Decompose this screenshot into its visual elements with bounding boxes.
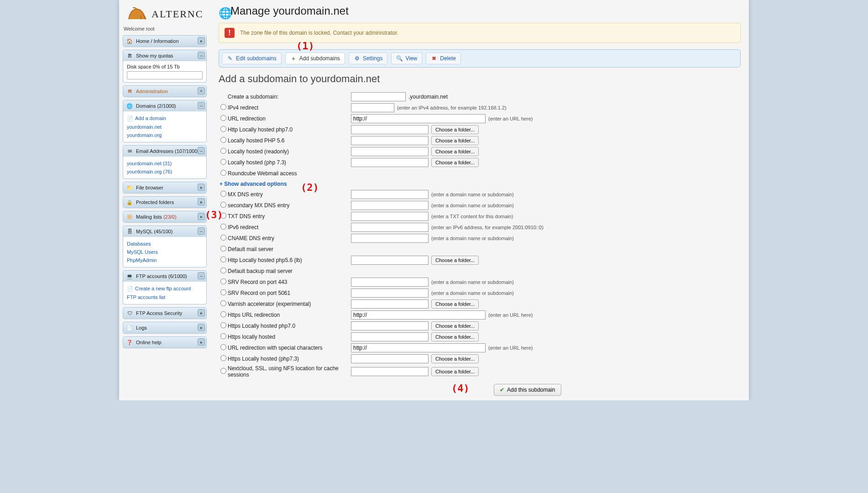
domain-link-1[interactable]: yourdomain.net <box>127 123 203 131</box>
radio-nextcloud[interactable] <box>220 368 226 374</box>
tab-delete[interactable]: ✖Delete <box>426 52 461 64</box>
input-mx[interactable] <box>351 190 429 199</box>
folder-btn-varnish[interactable]: Choose a folder... <box>431 299 479 309</box>
input-urlspecial[interactable] <box>351 343 486 352</box>
tab-edit[interactable]: ✎Edit subdomains <box>222 52 282 64</box>
sidebar-help[interactable]: ❓ Online help ▸ <box>123 337 206 348</box>
radio-ipv4[interactable] <box>220 104 226 110</box>
input-mx2[interactable] <box>351 201 429 210</box>
input-httpsphp70[interactable] <box>351 321 429 330</box>
mysql-databases-link[interactable]: Databases <box>127 240 203 248</box>
collapse-icon[interactable]: – <box>198 102 205 109</box>
input-varnish[interactable] <box>351 299 429 309</box>
radio-varnish[interactable] <box>220 300 226 306</box>
collapse-icon[interactable]: – <box>198 147 205 154</box>
input-ipv6[interactable] <box>351 223 429 232</box>
folder-btn-httpsphp70[interactable]: Choose a folder... <box>431 321 479 330</box>
radio-php56[interactable] <box>220 137 226 143</box>
radio-cname[interactable] <box>220 235 226 241</box>
radio-readonly[interactable] <box>220 148 226 154</box>
folder-btn-httpsphp73[interactable]: Choose a folder... <box>431 354 479 363</box>
phpmyadmin-link[interactable]: PhpMyAdmin <box>127 256 203 264</box>
radio-httpslocal[interactable] <box>220 333 226 339</box>
folder-btn-httpslocal[interactable]: Choose a folder... <box>431 332 479 341</box>
radio-httpsphp70[interactable] <box>220 322 226 328</box>
sidebar-ftp[interactable]: 💻 FTP accounts (6/1000) – <box>123 271 206 282</box>
ftp-new-link[interactable]: 📄Create a new ftp account <box>127 284 203 293</box>
collapse-icon[interactable]: – <box>198 272 205 279</box>
sidebar-filebrowser[interactable]: 📁 File browser ▸ <box>123 182 206 193</box>
input-httpsurl[interactable] <box>351 310 486 320</box>
radio-ipv6[interactable] <box>220 224 226 230</box>
input-readonly[interactable] <box>351 147 429 156</box>
tab-settings[interactable]: ⚙Settings <box>349 52 387 64</box>
sidebar-domains[interactable]: 🌐 Domains (2/1000) – <box>123 100 206 111</box>
input-nextcloud[interactable] <box>351 367 429 376</box>
expand-icon[interactable]: + <box>198 87 205 94</box>
input-srv5061[interactable] <box>351 288 429 298</box>
input-php70[interactable] <box>351 125 429 134</box>
collapse-icon[interactable]: – <box>198 227 205 235</box>
sidebar-admin[interactable]: 🛠 Administration + <box>123 86 206 97</box>
radio-txt[interactable] <box>220 213 226 219</box>
add-subdomain-button[interactable]: ✔ Add this subdomain <box>494 384 561 396</box>
expand-icon[interactable]: ▸ <box>198 338 205 346</box>
radio-httpsphp73[interactable] <box>220 355 226 361</box>
input-url[interactable] <box>351 114 486 123</box>
email-domain-2[interactable]: yourdomain.org (76) <box>127 168 203 176</box>
sidebar-mysql[interactable]: 🗄 MySQL (45/100) – <box>123 226 206 237</box>
folder-btn-php70[interactable]: Choose a folder... <box>431 125 479 134</box>
input-httpslocal[interactable] <box>351 332 429 341</box>
folder-btn-php56[interactable]: Choose a folder... <box>431 136 479 145</box>
input-txt[interactable] <box>351 212 429 221</box>
sidebar-quotas[interactable]: 🖹 Show my quotas – <box>123 50 206 61</box>
collapse-icon[interactable]: – <box>198 52 205 59</box>
sidebar-ftp-security[interactable]: 🛡 FTP Access Security ▸ <box>123 308 206 319</box>
sidebar-protected[interactable]: 🔒 Protected folders ▸ <box>123 197 206 208</box>
input-httpsphp73[interactable] <box>351 354 429 363</box>
ftp-list-link[interactable]: FTP accounts list <box>127 293 203 301</box>
radio-httpsurl[interactable] <box>220 311 226 317</box>
folder-btn-nextcloud[interactable]: Choose a folder... <box>431 367 479 376</box>
radio-php73[interactable] <box>220 159 226 165</box>
input-php56lb[interactable] <box>351 256 429 265</box>
advanced-toggle[interactable]: + Show advanced options <box>219 179 741 189</box>
input-cname[interactable] <box>351 234 429 243</box>
radio-urlspecial[interactable] <box>220 344 226 350</box>
folder-btn-php56lb[interactable]: Choose a folder... <box>431 256 479 265</box>
radio-url[interactable] <box>220 115 226 121</box>
mysql-users-link[interactable]: MySQL Users <box>127 248 203 256</box>
expand-icon[interactable]: ▸ <box>198 198 205 205</box>
radio-srv443[interactable] <box>220 278 226 284</box>
radio-bkmail[interactable] <box>220 267 226 273</box>
radio-php70[interactable] <box>220 126 226 132</box>
expand-icon[interactable]: ▸ <box>198 184 205 191</box>
radio-mx[interactable] <box>220 191 226 197</box>
expand-icon[interactable]: ▸ <box>198 309 205 316</box>
radio-roundcube[interactable] <box>220 170 226 176</box>
sidebar-logs[interactable]: 📄 Logs ▸ <box>123 322 206 333</box>
expand-icon[interactable]: ▸ <box>198 213 205 220</box>
radio-php56lb[interactable] <box>220 257 226 262</box>
subdomain-input[interactable] <box>351 92 406 101</box>
folder-btn-readonly[interactable]: Choose a folder... <box>431 147 479 156</box>
folder-btn-php73[interactable]: Choose a folder... <box>431 158 479 167</box>
radio-defmail[interactable] <box>220 246 226 252</box>
expand-icon[interactable]: ▸ <box>198 37 205 44</box>
domain-link-2[interactable]: yourdomain.org <box>127 131 203 139</box>
input-php73[interactable] <box>351 158 429 167</box>
add-domain-link[interactable]: 📄Add a domain <box>127 114 203 123</box>
tab-view[interactable]: 🔍View <box>391 52 422 64</box>
radio-srv5061[interactable] <box>220 289 226 295</box>
expand-icon[interactable]: ▸ <box>198 324 205 331</box>
input-srv443[interactable] <box>351 278 429 287</box>
sidebar-home[interactable]: 🏠 Home / Information ▸ <box>123 36 206 47</box>
email-domain-1[interactable]: yourdomain.net (31) <box>127 159 203 168</box>
globe-icon: 🌐 <box>126 102 133 110</box>
sidebar-mailing[interactable]: 🔆 Mailing lists (23/0) ▸ <box>123 211 206 222</box>
tab-add[interactable]: ＋Add subdomains <box>285 52 345 64</box>
radio-mx2[interactable] <box>220 202 226 208</box>
sidebar-emails[interactable]: ✉ Email Addresses (107/1000) – <box>123 146 206 157</box>
input-php56[interactable] <box>351 136 429 145</box>
input-ipv4[interactable] <box>351 103 394 112</box>
